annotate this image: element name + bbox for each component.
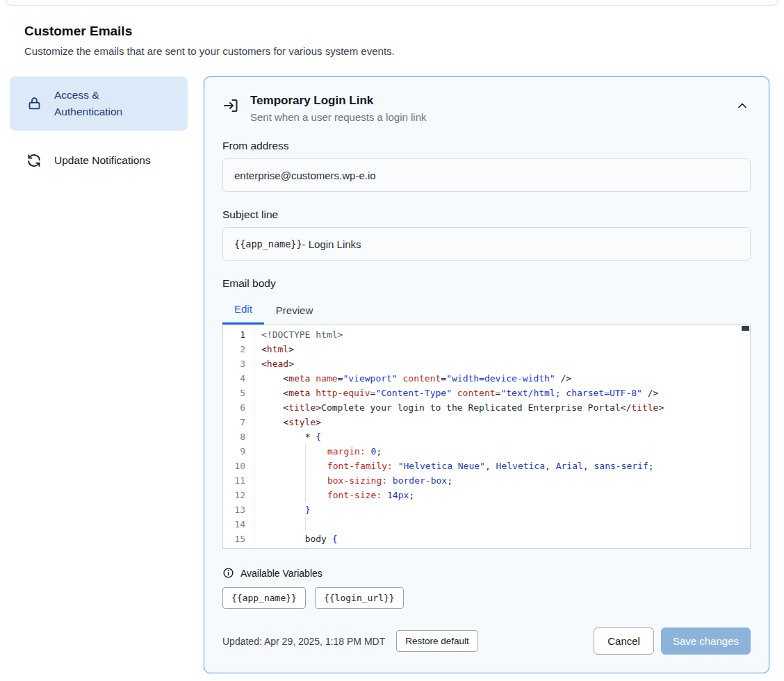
- line-number: 16: [223, 546, 255, 549]
- save-changes-button[interactable]: Save changes: [661, 627, 751, 655]
- panel-header: Temporary Login Link Sent when a user re…: [222, 94, 751, 123]
- line-number: 1: [223, 327, 255, 342]
- subject-line-input[interactable]: {{app_name}} - Login Links: [222, 227, 751, 261]
- info-icon: [222, 567, 234, 579]
- code-line: 11 box-sizing: border-box;: [223, 473, 750, 488]
- subject-line-label: Subject line: [222, 208, 751, 221]
- available-variables-label: Available Variables: [240, 568, 322, 579]
- line-number: 10: [223, 459, 255, 473]
- lock-icon: [26, 96, 42, 111]
- panel-footer: Updated: Apr 29, 2025, 1:18 PM MDT Resto…: [222, 627, 751, 655]
- temporary-login-link-panel: Temporary Login Link Sent when a user re…: [204, 76, 769, 673]
- editor-tabs: Edit Preview: [222, 299, 751, 325]
- code-line: 15 body {: [223, 532, 750, 546]
- updated-timestamp: Updated: Apr 29, 2025, 1:18 PM MDT: [222, 636, 385, 647]
- code-lines: 1<!DOCTYPE html>2<html>3<head>4 <meta na…: [223, 327, 750, 549]
- page-title: Customer Emails: [24, 24, 760, 39]
- tab-edit[interactable]: Edit: [222, 299, 264, 325]
- line-number: 2: [223, 342, 255, 356]
- code-line: 3<head>: [223, 356, 750, 371]
- login-icon: [222, 97, 239, 114]
- line-number: 7: [223, 415, 255, 429]
- line-number: 11: [223, 473, 255, 488]
- code-line: 1<!DOCTYPE html>: [223, 327, 750, 342]
- code-line: 6 <title>Complete your login to the Repl…: [223, 400, 750, 415]
- line-number: 5: [223, 386, 255, 400]
- page-header: Customer Emails Customize the emails tha…: [24, 24, 760, 57]
- collapse-panel-button[interactable]: [735, 98, 751, 113]
- editor-scrollbar-thumb[interactable]: [742, 326, 749, 331]
- code-line: 9 margin: 0;: [223, 444, 750, 459]
- code-line: 12 font-size: 14px;: [223, 488, 750, 502]
- line-number: 4: [223, 371, 255, 386]
- panel-subtitle: Sent when a user requests a login link: [250, 111, 426, 123]
- line-number: 14: [223, 517, 255, 532]
- subject-line-value-text: - Login Links: [302, 238, 361, 250]
- subject-line-value-variable: {{app_name}}: [234, 238, 302, 249]
- cancel-button[interactable]: Cancel: [594, 627, 654, 655]
- sync-icon: [26, 153, 42, 168]
- previous-section-edge: [6, 0, 778, 6]
- page-subtitle: Customize the emails that are sent to yo…: [24, 45, 760, 57]
- sidebar-item-access-authentication[interactable]: Access & Authentication: [10, 76, 188, 131]
- email-body-code-editor[interactable]: 1<!DOCTYPE html>2<html>3<head>4 <meta na…: [222, 325, 751, 549]
- from-address-value: enterprise@customers.wp-e.io: [234, 170, 376, 181]
- code-line: 10 font-family: "Helvetica Neue", Helvet…: [223, 459, 750, 473]
- line-number: 8: [223, 429, 255, 444]
- tab-preview[interactable]: Preview: [264, 299, 325, 325]
- variable-chip-app-name[interactable]: {{app_name}}: [222, 587, 306, 609]
- panel-title: Temporary Login Link: [250, 94, 426, 108]
- variable-chips: {{app_name}} {{login_url}}: [222, 587, 751, 609]
- line-number: 3: [223, 356, 255, 371]
- chevron-up-icon: [735, 99, 751, 113]
- code-line: 13 }: [223, 502, 750, 517]
- from-address-input[interactable]: enterprise@customers.wp-e.io: [222, 158, 751, 192]
- sidebar-item-label: Update Notifications: [54, 152, 151, 169]
- code-line: 5 <meta http-equiv="Content-Type" conten…: [223, 386, 750, 400]
- code-line: 7 <style>: [223, 415, 750, 429]
- line-number: 9: [223, 444, 255, 459]
- line-number: 12: [223, 488, 255, 502]
- from-address-label: From address: [222, 140, 751, 152]
- line-number: 13: [223, 502, 255, 517]
- available-variables-row: Available Variables: [222, 567, 751, 579]
- line-number: 6: [223, 400, 255, 415]
- code-line: 4 <meta name="viewport" content="width=d…: [223, 371, 750, 386]
- panel-header-text: Temporary Login Link Sent when a user re…: [250, 94, 426, 123]
- email-body-label: Email body: [222, 277, 751, 290]
- email-types-sidebar: Access & Authentication Update Notificat…: [10, 76, 188, 179]
- variable-chip-login-url[interactable]: {{login_url}}: [315, 587, 404, 609]
- code-line: 8 * {: [223, 429, 750, 444]
- restore-default-button[interactable]: Restore default: [396, 630, 478, 652]
- code-line: 16 background-color: #f8f9f9;: [223, 546, 750, 549]
- code-line: 2<html>: [223, 342, 750, 356]
- code-line: 14: [223, 517, 750, 532]
- sidebar-item-update-notifications[interactable]: Update Notifications: [10, 142, 188, 179]
- sidebar-item-label: Access & Authentication: [54, 87, 153, 120]
- line-number: 15: [223, 532, 255, 546]
